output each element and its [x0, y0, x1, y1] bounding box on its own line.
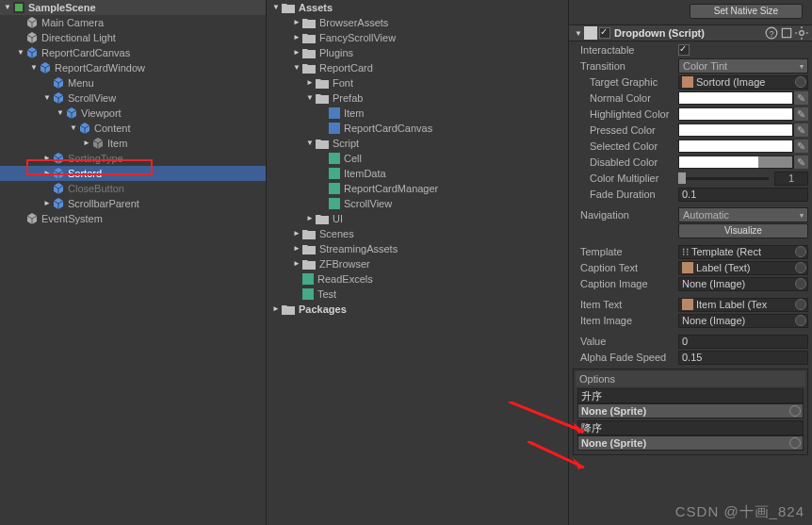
eyedropper-icon[interactable]: ✎ — [793, 139, 808, 153]
project-item[interactable]: ►StreamingAssets — [267, 241, 568, 256]
foldout-icon[interactable]: ► — [291, 45, 302, 60]
foldout-icon[interactable]: ▼ — [304, 136, 316, 151]
foldout-icon[interactable]: ▼ — [270, 0, 282, 15]
hierarchy-item[interactable]: ►Item — [0, 136, 266, 151]
fade-duration-field[interactable]: 0.1 — [678, 188, 808, 202]
project-item[interactable]: ►ScrollView — [267, 196, 568, 211]
component-header[interactable]: ▼ Dropdown (Script) ? — [569, 25, 812, 41]
project-item[interactable]: ►ZFBrowser — [267, 256, 568, 271]
assets-root[interactable]: ▼ Assets — [267, 0, 568, 15]
hierarchy-item[interactable]: ►Main Camera — [0, 15, 266, 30]
set-native-size-button[interactable]: Set Native Size — [690, 4, 803, 19]
item-text-field[interactable]: Item Label (Tex — [678, 298, 808, 312]
hierarchy-item[interactable]: ►Directional Light — [0, 30, 266, 45]
eyedropper-icon[interactable]: ✎ — [793, 123, 808, 137]
project-item[interactable]: ►ReportCardCanvas — [267, 121, 568, 136]
foldout-icon[interactable]: ▼ — [2, 0, 13, 15]
eyedropper-icon[interactable]: ✎ — [793, 107, 808, 121]
object-picker-icon[interactable] — [795, 315, 806, 326]
project-item[interactable]: ►FancyScrollView — [267, 30, 568, 45]
foldout-icon[interactable]: ▼ — [573, 29, 584, 38]
foldout-icon[interactable]: ▼ — [41, 90, 53, 106]
foldout-icon[interactable]: ▼ — [68, 121, 79, 136]
hierarchy-item[interactable]: ▼Viewport — [0, 106, 266, 121]
foldout-icon[interactable]: ► — [41, 151, 53, 166]
foldout-icon[interactable]: ▼ — [28, 60, 40, 75]
foldout-icon[interactable]: ► — [41, 196, 53, 211]
highlighted-color-field[interactable] — [678, 107, 793, 121]
hierarchy-item[interactable]: ▼ReportCardCanvas — [0, 45, 266, 60]
caption-image-field[interactable]: None (Image) — [678, 277, 808, 291]
foldout-icon[interactable]: ► — [304, 75, 316, 90]
project-item[interactable]: ▼Prefab — [267, 90, 568, 106]
foldout-icon[interactable]: ► — [41, 166, 53, 181]
navigation-dropdown[interactable]: Automatic▾ — [678, 207, 808, 222]
object-picker-icon[interactable] — [795, 299, 806, 310]
value-field[interactable]: 0 — [678, 335, 808, 349]
hierarchy-item[interactable]: ►ScrollbarParent — [0, 196, 266, 211]
color-multiplier-slider[interactable]: 1 — [678, 172, 808, 186]
project-item[interactable]: ►BrowserAssets — [267, 15, 568, 30]
disabled-color-field[interactable] — [678, 156, 793, 169]
hierarchy-item[interactable]: ►Sortord — [0, 166, 266, 181]
normal-color-field[interactable] — [678, 91, 793, 105]
project-item[interactable]: ►UI — [267, 211, 568, 226]
project-item[interactable]: ▼ReportCard — [267, 60, 568, 75]
option-sprite-field[interactable]: None (Sprite) — [577, 435, 804, 451]
object-picker-icon[interactable] — [795, 76, 806, 88]
project-item[interactable]: ▼Script — [267, 136, 568, 151]
interactable-checkbox[interactable] — [678, 44, 690, 56]
foldout-icon[interactable]: ▼ — [15, 45, 26, 60]
selected-color-field[interactable] — [678, 139, 793, 153]
project-item[interactable]: ►Item — [267, 106, 568, 121]
foldout-icon[interactable]: ► — [291, 226, 302, 241]
object-picker-icon[interactable] — [789, 405, 801, 417]
eyedropper-icon[interactable]: ✎ — [793, 91, 808, 105]
foldout-icon[interactable]: ▼ — [291, 60, 302, 75]
project-item[interactable]: ►Cell — [267, 151, 568, 166]
hierarchy-item[interactable]: ▼ReportCardWindow — [0, 60, 266, 75]
gear-icon[interactable] — [795, 26, 808, 40]
option-sprite-field[interactable]: None (Sprite) — [577, 403, 804, 418]
target-graphic-field[interactable]: Sortord (Image — [678, 75, 808, 90]
option-text-field[interactable]: 升序 — [577, 388, 804, 403]
packages-root[interactable]: ► Packages — [267, 302, 568, 317]
object-picker-icon[interactable] — [789, 437, 801, 449]
project-item[interactable]: ►ItemData — [267, 166, 568, 181]
project-item[interactable]: ►Font — [267, 75, 568, 90]
object-picker-icon[interactable] — [795, 278, 806, 289]
foldout-icon[interactable]: ► — [291, 15, 302, 30]
foldout-icon[interactable]: ► — [81, 136, 92, 151]
project-item[interactable]: ►ReadExcels — [267, 271, 568, 287]
hierarchy-item[interactable]: ►CloseButton — [0, 181, 266, 196]
preset-icon[interactable] — [780, 26, 793, 40]
foldout-icon[interactable]: ► — [291, 256, 302, 271]
hierarchy-item[interactable]: ►Menu — [0, 75, 266, 90]
foldout-icon[interactable]: ► — [291, 241, 302, 256]
component-enable-checkbox[interactable] — [599, 27, 610, 39]
hierarchy-item[interactable]: ▼ScrollView — [0, 90, 266, 106]
hierarchy-item[interactable]: ▼Content — [0, 121, 266, 136]
caption-text-field[interactable]: Label (Text) — [678, 261, 808, 275]
eyedropper-icon[interactable]: ✎ — [793, 156, 808, 169]
foldout-icon[interactable]: ► — [270, 302, 282, 317]
foldout-icon[interactable]: ▼ — [55, 106, 66, 121]
help-icon[interactable]: ? — [765, 26, 778, 40]
options-header[interactable]: Options — [576, 371, 805, 386]
hierarchy-item[interactable]: ►SortingType — [0, 151, 266, 166]
transition-dropdown[interactable]: Color Tint ▾ — [678, 58, 808, 74]
project-item[interactable]: ►Scenes — [267, 226, 568, 241]
project-item[interactable]: ►Plugins — [267, 45, 568, 60]
project-item[interactable]: ►ReportCardManager — [267, 181, 568, 196]
foldout-icon[interactable]: ▼ — [304, 90, 316, 106]
foldout-icon[interactable]: ► — [304, 211, 316, 226]
visualize-button[interactable]: Visualize — [678, 223, 808, 238]
project-item[interactable]: ►Test — [267, 287, 568, 302]
hierarchy-item[interactable]: ►EventSystem — [0, 211, 266, 226]
foldout-icon[interactable]: ► — [291, 30, 302, 45]
object-picker-icon[interactable] — [795, 246, 806, 257]
template-field[interactable]: ⁝⁝Template (Rect — [678, 245, 808, 259]
object-picker-icon[interactable] — [795, 262, 806, 273]
scene-row[interactable]: ▼ SampleScene — [0, 0, 266, 15]
pressed-color-field[interactable] — [678, 123, 793, 137]
